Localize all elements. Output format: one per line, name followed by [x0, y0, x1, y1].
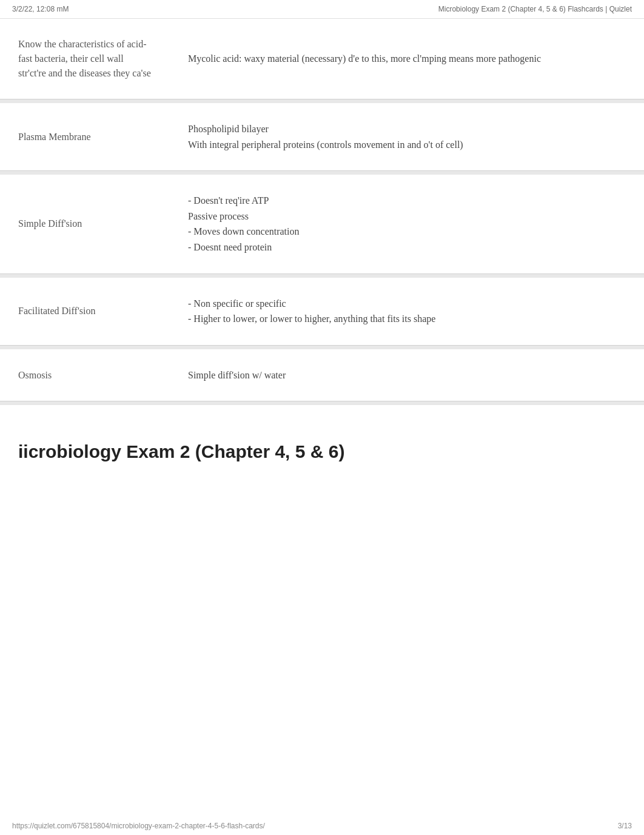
top-bar: 3/2/22, 12:08 mM Microbiology Exam 2 (Ch… — [0, 0, 644, 19]
flashcard-row: Simple Diff'sion - Doesn't req'ire ATP P… — [0, 175, 644, 273]
definition-1: Mycolic acid: waxy material (necessary) … — [170, 19, 644, 99]
timestamp: 3/2/22, 12:08 mM — [12, 5, 69, 13]
definition-3: - Doesn't req'ire ATP Passive process - … — [170, 175, 644, 273]
term-2: Plasma Membrane — [0, 103, 170, 170]
page-title-header: Microbiology Exam 2 (Chapter 4, 5 & 6) F… — [438, 5, 632, 13]
definition-5: Simple diff'sion w/ water — [170, 349, 644, 401]
flashcard-row: Know the characteristics of acid-fast ba… — [0, 19, 644, 99]
term-4: Facilitated Diff'sion — [0, 278, 170, 345]
bottom-bar: https://quizlet.com/675815804/microbiolo… — [0, 817, 644, 835]
term-3: Simple Diff'sion — [0, 175, 170, 273]
footer-pagination: 3/13 — [618, 822, 632, 830]
definition-2: Phospholipid bilayer With integral perip… — [170, 103, 644, 170]
term-1: Know the characteristics of acid-fast ba… — [0, 19, 170, 99]
flashcard-row: Plasma Membrane Phospholipid bilayer Wit… — [0, 103, 644, 171]
main-page-title: iicrobiology Exam 2 (Chapter 4, 5 & 6) — [18, 441, 626, 462]
term-5: Osmosis — [0, 349, 170, 401]
flashcard-container: Know the characteristics of acid-fast ba… — [0, 19, 644, 405]
footer-url: https://quizlet.com/675815804/microbiolo… — [12, 822, 265, 830]
definition-4: - Non specific or specific - Higher to l… — [170, 278, 644, 345]
flashcard-row: Facilitated Diff'sion - Non specific or … — [0, 278, 644, 346]
flashcard-row: Osmosis Simple diff'sion w/ water — [0, 349, 644, 402]
page-title-section: iicrobiology Exam 2 (Chapter 4, 5 & 6) — [0, 405, 644, 474]
